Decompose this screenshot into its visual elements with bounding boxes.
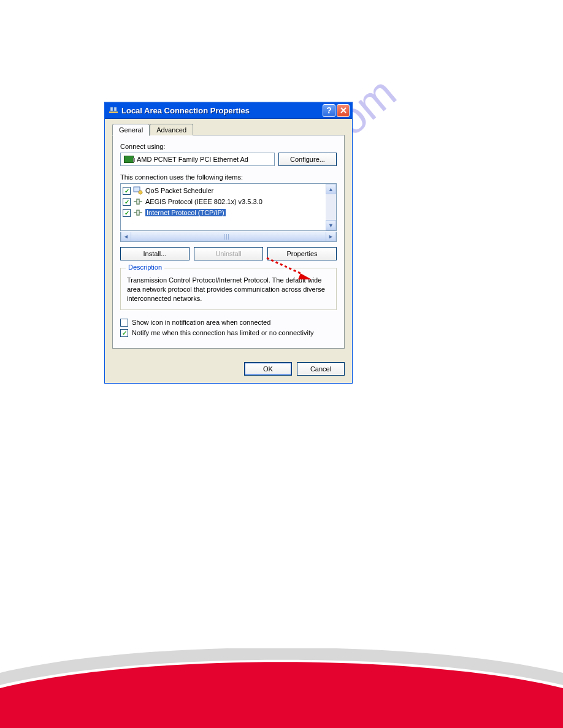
adapter-name: AMD PCNET Family PCI Ethernet Ad (137, 156, 248, 163)
checkbox-icon[interactable]: ✓ (123, 209, 131, 217)
adapter-field[interactable]: AMD PCNET Family PCI Ethernet Ad (120, 153, 275, 166)
list-item-label: AEGIS Protocol (IEEE 802.1x) v3.5.3.0 (145, 198, 262, 205)
list-item-label: QoS Packet Scheduler (145, 187, 213, 194)
configure-button[interactable]: Configure... (278, 153, 337, 166)
svg-point-4 (139, 191, 142, 194)
connection-properties-dialog: Local Area Connection Properties ? Gener… (104, 102, 353, 384)
tab-panel-general: Connect using: AMD PCNET Family PCI Ethe… (112, 135, 345, 349)
install-button[interactable]: Install... (120, 247, 190, 260)
close-button[interactable] (337, 104, 350, 117)
service-icon (133, 186, 143, 195)
svg-rect-2 (114, 107, 117, 111)
checkbox-icon[interactable]: ✓ (120, 329, 128, 337)
scroll-left-icon[interactable]: ◄ (121, 232, 131, 241)
list-item-label: Internet Protocol (TCP/IP) (145, 209, 226, 216)
list-item[interactable]: ✓ AEGIS Protocol (IEEE 802.1x) v3.5.3.0 (121, 196, 326, 207)
dialog-footer: OK Cancel (105, 356, 352, 383)
scroll-right-icon[interactable]: ► (326, 232, 336, 241)
connect-using-label: Connect using: (120, 143, 337, 150)
tab-strip: General Advanced (112, 124, 345, 135)
cancel-button[interactable]: Cancel (297, 362, 345, 376)
uninstall-button: Uninstall (194, 247, 263, 260)
help-button[interactable]: ? (323, 104, 335, 117)
properties-button[interactable]: Properties (267, 247, 337, 260)
horizontal-scrollbar[interactable]: ◄ ► (120, 232, 337, 242)
titlebar[interactable]: Local Area Connection Properties ? (105, 102, 352, 119)
checkbox-icon[interactable]: ✓ (123, 187, 131, 195)
scroll-down-icon[interactable]: ▼ (326, 220, 336, 230)
dialog-title: Local Area Connection Properties (121, 106, 323, 115)
vertical-scrollbar[interactable]: ▲ ▼ (326, 184, 336, 230)
svg-rect-0 (109, 112, 118, 113)
scroll-up-icon[interactable]: ▲ (326, 184, 336, 194)
network-icon (109, 105, 118, 115)
protocol-icon (133, 197, 143, 206)
checkbox-icon[interactable]: ✓ (120, 319, 128, 327)
notify-checkbox-row[interactable]: ✓ Notify me when this connection has lim… (120, 329, 337, 337)
description-text: Transmission Control Protocol/Internet P… (127, 276, 330, 303)
show-icon-checkbox-row[interactable]: ✓ Show icon in notification area when co… (120, 319, 337, 327)
scrollbar-track[interactable] (326, 194, 336, 220)
svg-rect-1 (110, 107, 113, 111)
items-label: This connection uses the following items… (120, 173, 337, 181)
items-listbox[interactable]: ✓ QoS Packet Scheduler ✓ AEGIS Protocol … (120, 183, 337, 231)
description-title: Description (126, 264, 164, 271)
tab-general[interactable]: General (112, 124, 150, 136)
scrollbar-thumb[interactable] (131, 232, 326, 241)
protocol-icon (133, 208, 143, 217)
description-group: Description Transmission Control Protoco… (120, 268, 337, 310)
show-icon-label: Show icon in notification area when conn… (132, 319, 270, 326)
ok-button[interactable]: OK (244, 362, 292, 376)
notify-label: Notify me when this connection has limit… (132, 329, 314, 336)
tab-advanced[interactable]: Advanced (150, 124, 193, 135)
list-item[interactable]: ✓ Internet Protocol (TCP/IP) (121, 207, 326, 218)
checkbox-icon[interactable]: ✓ (123, 198, 131, 206)
page-footer-decoration (0, 648, 563, 728)
list-item[interactable]: ✓ QoS Packet Scheduler (121, 185, 326, 196)
adapter-icon (124, 156, 134, 163)
